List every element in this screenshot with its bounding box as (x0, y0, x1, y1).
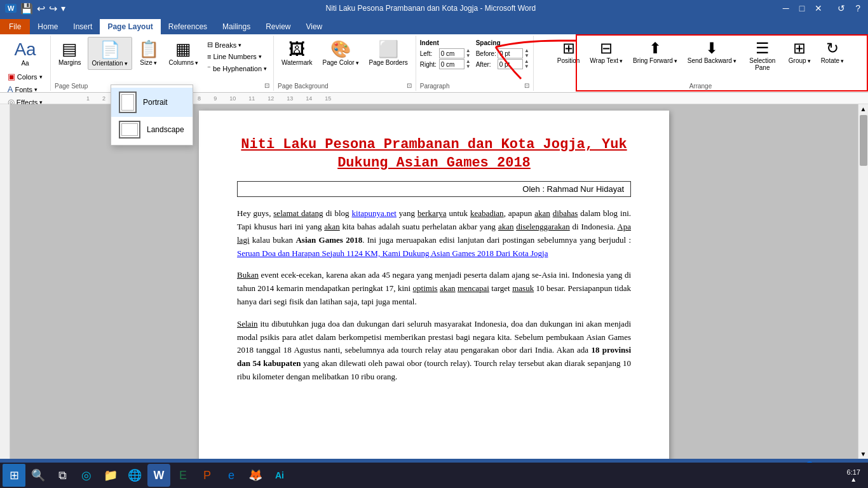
pageborders-icon: ⬜ (378, 39, 398, 59)
size-button[interactable]: 📋 Size ▾ (135, 37, 163, 69)
tab-review[interactable]: Review (258, 19, 298, 34)
spacing-before-down[interactable]: ▼ (524, 53, 529, 58)
spacing-after-down[interactable]: ▼ (524, 64, 529, 69)
cortana-btn[interactable]: ◎ (75, 464, 98, 487)
spacing-label: Spacing (476, 39, 529, 46)
ribbon-tabs: File Home Insert Page Layout References … (0, 17, 868, 34)
indent-right-down[interactable]: ▼ (466, 64, 471, 69)
minimize-btn[interactable]: ─ (780, 3, 792, 13)
orientation-button[interactable]: 📄 Orientation ▾ (88, 37, 132, 70)
edge-btn[interactable]: e (220, 464, 243, 487)
pagecolor-button[interactable]: 🎨 Page Color ▾ (319, 37, 363, 69)
tab-view[interactable]: View (298, 19, 330, 34)
breaks-button[interactable]: ⊟ Breaks ▾ (205, 39, 269, 50)
firefox-icon: 🦊 (248, 468, 262, 482)
explorer-btn[interactable]: 📁 (99, 464, 122, 487)
bringforward-icon: ⬆ (649, 39, 661, 57)
sendbackward-icon: ⬇ (705, 39, 718, 57)
colors-button[interactable]: ▣ Colors ▾ (5, 71, 45, 83)
chrome-btn[interactable]: 🌐 (123, 464, 146, 487)
tab-pagelayout[interactable]: Page Layout (100, 19, 160, 34)
group-icon: ⊞ (793, 39, 806, 57)
position-icon: ⊞ (562, 39, 575, 57)
word-btn[interactable]: W (147, 464, 170, 487)
watermark-icon: 🖼 (288, 39, 305, 59)
tab-insert[interactable]: Insert (65, 19, 100, 34)
document-page: Niti Laku Pesona Prambanan dan Kota Jogj… (199, 111, 669, 459)
author-text: Oleh : Rahmad Nur Hidayat (522, 184, 624, 194)
indent-right-label: Right: (420, 61, 438, 68)
pagecolor-icon: 🎨 (330, 39, 351, 59)
landscape-option[interactable]: Landscape (111, 117, 193, 142)
watermark-button[interactable]: 🖼 Watermark (278, 37, 316, 69)
clock: 6:17 (847, 468, 860, 476)
selectionpane-button[interactable]: ☰ Selection Pane (743, 37, 782, 74)
document-title: Niti Laku Pesona Prambanan dan Kota Jogj… (237, 136, 631, 172)
arrange-group-label: Arrange (689, 81, 712, 90)
explorer-icon: 📁 (104, 468, 118, 482)
fonts-button[interactable]: A Fonts ▾ (5, 83, 45, 95)
position-button[interactable]: ⊞ Position (553, 37, 584, 67)
close-btn[interactable]: ✕ (812, 3, 825, 13)
hyphenation-button[interactable]: ⁻ be Hyphenation ▾ (205, 63, 269, 74)
tab-file[interactable]: File (0, 19, 30, 34)
columns-button[interactable]: ▦ Columns ▾ (165, 37, 202, 69)
hyphenation-icon: ⁻ (207, 64, 211, 72)
indent-left-down[interactable]: ▼ (466, 53, 471, 58)
vertical-scrollbar[interactable]: ▲ ▼ (858, 104, 868, 459)
portrait-option[interactable]: Portrait (111, 88, 193, 117)
linenumbers-icon: ≡ (207, 53, 211, 60)
search-btn[interactable]: 🔍 (27, 464, 50, 487)
size-icon: 📋 (139, 39, 159, 59)
columns-icon: ▦ (175, 39, 191, 59)
window-controls[interactable]: ─ □ ✕ ↺ ? (780, 3, 863, 13)
author-box: Oleh : Rahmad Nur Hidayat (237, 181, 631, 197)
ribbon-group-themes: Aa Aa ▣ Colors ▾ A Fonts ▾ ◎ Effects ▾ (0, 36, 51, 91)
cortana-icon: ◎ (81, 468, 92, 482)
ribbon-group-pagesetup: ▤ Margins 📄 Orientation ▾ 📋 Size ▾ ▦ (51, 36, 274, 91)
pagebackground-expand[interactable]: ⊡ (407, 82, 412, 89)
indent-right-input[interactable] (439, 59, 465, 69)
landscape-label: Landscape (147, 125, 184, 134)
windows-icon: ⊞ (10, 468, 19, 482)
edge-icon: e (228, 469, 234, 482)
word-icon: W (154, 469, 165, 482)
linenumbers-button[interactable]: ≡ Line Numbers ▾ (205, 51, 269, 62)
themes-icon: Aa (14, 39, 36, 60)
document-area[interactable]: Niti Laku Pesona Prambanan dan Kota Jogj… (10, 104, 858, 459)
pageborders-button[interactable]: ⬜ Page Borders (365, 37, 412, 69)
landscape-icon (119, 121, 140, 139)
powerpoint-btn[interactable]: P (196, 464, 219, 487)
sendbackward-button[interactable]: ⬇ Send Backward ▾ (684, 37, 740, 67)
main-area: Niti Laku Pesona Prambanan dan Kota Jogj… (0, 104, 868, 459)
spacing-before-label: Before: (476, 50, 496, 57)
tab-references[interactable]: References (161, 19, 215, 34)
ribbon-group-arrange: ⊞ Position ⊟ Wrap Text ▾ ⬆ Bring Forward… (534, 36, 868, 91)
selectionpane-icon: ☰ (756, 39, 770, 57)
start-button[interactable]: ⊞ (3, 464, 25, 487)
taskview-btn[interactable]: ⧉ (51, 464, 74, 487)
themes-button[interactable]: Aa Aa (10, 37, 41, 69)
bringforward-button[interactable]: ⬆ Bring Forward ▾ (629, 37, 681, 67)
portrait-icon (119, 92, 137, 113)
breaks-icon: ⊟ (207, 41, 213, 49)
paragraph-expand[interactable]: ⊡ (524, 82, 529, 89)
wraptext-button[interactable]: ⊟ Wrap Text ▾ (586, 37, 627, 67)
firefox-btn[interactable]: 🦊 (244, 464, 267, 487)
tab-home[interactable]: Home (30, 19, 65, 34)
document-body: Hey guys, selamat datang di blog kitapun… (237, 207, 631, 384)
pagebackground-group-label: Page Background (278, 81, 329, 90)
rotate-icon: ↻ (826, 39, 839, 57)
spacing-before-input[interactable] (498, 48, 523, 58)
group-button[interactable]: ⊞ Group ▾ (785, 37, 815, 67)
pagesetup-expand[interactable]: ⊡ (264, 82, 269, 89)
maximize-btn[interactable]: □ (797, 3, 807, 13)
rotate-button[interactable]: ↻ Rotate ▾ (817, 37, 848, 67)
pagesetup-group-label: Page Setup (55, 81, 88, 90)
ai-btn[interactable]: Ai (268, 464, 291, 487)
excel-btn[interactable]: E (172, 464, 194, 487)
margins-button[interactable]: ▤ Margins (55, 37, 85, 69)
tab-mailings[interactable]: Mailings (215, 19, 258, 34)
spacing-after-input[interactable] (498, 59, 523, 69)
indent-left-input[interactable] (439, 48, 465, 58)
